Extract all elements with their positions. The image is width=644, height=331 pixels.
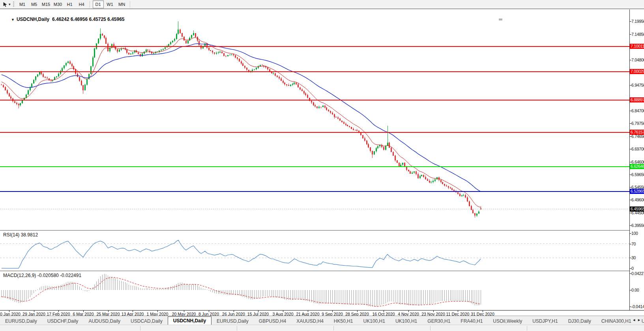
mt4-terminal-window: ▾ M1M5M15M30H1H4D1W1MN ▼USDCNH,Daily 6.4… [0,0,644,331]
chart-tab-hk50-h1[interactable]: HK50,H1 [329,318,358,325]
chart-tab-eurusd-daily[interactable]: EURUSD,Daily [0,318,42,325]
collapse-arrow-icon[interactable]: ▼ [11,18,15,22]
timeframe-button-mn[interactable]: MN [116,0,127,8]
level-price-label: 6.88897 [630,97,644,102]
rsi-tick-label: 0 [631,266,634,271]
chart-tab-eurusd-daily[interactable]: EURUSD,Daily [212,318,254,325]
price-tick-label: 6.64600 [631,160,644,164]
chart-tab-usdjpy-h1[interactable]: USDJPY,H1 [527,318,563,325]
timeframe-button-d1[interactable]: D1 [93,0,104,8]
price-tick-label: 6.79750 [631,121,644,126]
level-price-label: 7.10011 [630,44,644,49]
chart-tab-uk100-h1[interactable]: UK100,H1 [390,318,422,325]
chart-tab-dj30-daily[interactable]: DJ30,Daily [563,318,596,325]
status-divider [140,326,140,331]
status-divider [527,326,527,331]
chart-tab-audusd-daily[interactable]: AUDUSD,Daily [83,318,125,325]
chart-tab-usdcnh-daily[interactable]: USDCNH,Daily [168,316,212,325]
timeframe-button-h1[interactable]: H1 [64,0,75,8]
chart-tab-uk100-h1[interactable]: UK100,H1 [358,318,390,325]
toolbar-separator [90,1,90,7]
price-tick-label: 7.19950 [631,19,644,24]
status-divider [237,326,237,331]
chart-tab-usdchf-daily[interactable]: USDCHF,Daily [42,318,84,325]
rsi-tick-label: 70 [631,242,636,246]
chart-tab-usdcad-daily[interactable]: USDCAD,Daily [125,318,168,325]
timeframe-button-w1[interactable]: W1 [105,0,116,8]
price-chart-canvas[interactable] [0,9,629,230]
chart-tab-gbpusd-h4[interactable]: GBPUSD,H4 [254,318,291,325]
ohlc-values: 6.46242 6.46956 6.45725 6.45965 [52,17,125,22]
price-tick-label: 7.14850 [631,32,644,37]
rsi-tick-label: 100 [631,231,638,236]
chart-tab-usoil-weekly[interactable]: USOil,Weekly [488,318,527,325]
price-tick-label: 6.74650 [631,134,644,139]
price-tick-label: 6.59650 [631,173,644,177]
current-price-label: 6.45965 [630,206,644,212]
chart-title: ▼USDCNH,Daily 6.46242 6.46956 6.45725 6.… [3,11,124,28]
macd-tick-label: 0.00 [631,288,639,292]
level-price-label: 6.52865 [630,189,644,194]
rsi-tick-label: 30 [631,256,636,260]
chart-tab-china300-h1[interactable]: CHINA300,H1 [596,318,637,325]
tab-nav-arrows: ◄► [632,318,642,322]
toolbar-grip[interactable] [13,2,14,7]
status-strip [0,325,644,331]
level-price-label: 6.76157 [630,130,644,135]
rsi-indicator-canvas[interactable] [0,231,629,270]
level-price-label: 7.00029 [630,69,644,74]
symbol-period-label: USDCNH,Daily [17,17,49,22]
timeframe-button-m30[interactable]: M30 [52,0,64,8]
price-tick-label: 6.49600 [631,198,644,202]
price-tick-label: 6.94750 [631,83,644,87]
toolbar-separator [130,1,131,7]
price-axis[interactable]: 7.199507.148507.048006.947506.847006.797… [629,9,644,310]
macd-tick-label: -0.04148 [631,305,644,309]
tabs-scroll-left-icon[interactable]: ◄ [632,318,637,322]
timeframe-button-m15[interactable]: M15 [41,0,52,8]
tabs-scroll-right-icon[interactable]: ► [637,318,642,322]
macd-indicator-canvas[interactable] [0,272,629,310]
rsi-label: RSI(14) 38.9812 [3,232,38,238]
timeframe-toolbar: ▾ M1M5M15M30H1H4D1W1MN [0,0,644,9]
chart-window: ▼USDCNH,Daily 6.46242 6.46956 6.45725 6.… [0,9,644,316]
price-tick-label: 6.39550 [631,223,644,228]
price-tick-label: 6.84700 [631,109,644,113]
chart-tab-bar: EURUSD,DailyUSDCHF,DailyAUDUSD,DailyUSDC… [0,316,644,325]
macd-label: MACD(12,26,9) -0.020580 -0.022491 [3,273,81,278]
level-price-label: 6.62646 [630,164,644,169]
price-tick-label: 6.69700 [631,147,644,151]
price-tick-label: 7.04800 [631,58,644,62]
chart-tab-xauusd-h4[interactable]: XAUUSD,H4 [291,318,329,325]
status-divider [333,326,334,331]
timeframe-button-m5[interactable]: M5 [29,0,40,8]
status-divider [430,326,431,331]
macd-tick-label: 0.042275 [631,271,644,276]
price-tick-label: 6.44500 [631,211,644,215]
timeframe-button-h4[interactable]: H4 [76,0,87,8]
chevron-down-icon[interactable]: ▾ [9,2,11,6]
chart-tab-fra40-h1[interactable]: FRA40,H1 [455,318,488,325]
chart-shift-marker[interactable] [499,19,502,20]
cursor-icon[interactable] [2,1,9,8]
timeframe-button-m1[interactable]: M1 [17,0,28,8]
chart-tab-ger30-h1[interactable]: GER30,H1 [422,318,455,325]
